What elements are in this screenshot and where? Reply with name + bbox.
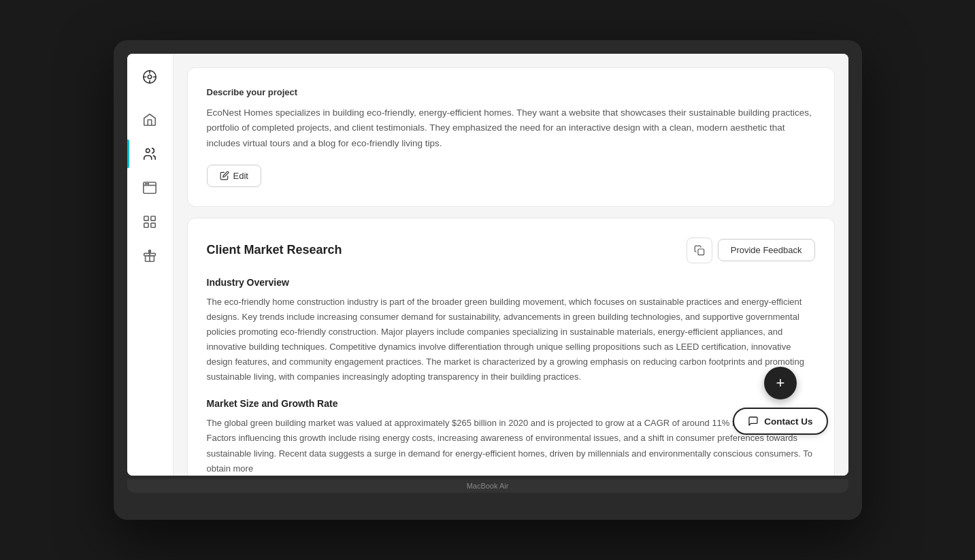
project-content: EcoNest Homes specializes in building ec…	[207, 105, 815, 151]
logo[interactable]	[137, 65, 162, 89]
edit-icon	[220, 171, 229, 180]
sidebar	[127, 54, 173, 476]
laptop-model: MacBook Air	[467, 482, 509, 490]
floating-actions: + Contact Us	[733, 367, 827, 435]
svg-rect-7	[144, 223, 148, 227]
sidebar-item-home[interactable]	[127, 105, 173, 134]
research-card-title: Client Market Research	[207, 243, 342, 257]
laptop-bottom: MacBook Air	[127, 479, 848, 493]
svg-point-0	[148, 75, 152, 79]
svg-rect-11	[698, 249, 704, 255]
sidebar-item-gift[interactable]	[127, 242, 173, 270]
copy-button[interactable]	[687, 237, 712, 263]
svg-point-1	[146, 149, 150, 153]
chat-icon	[748, 416, 759, 427]
research-card: Client Market Research Provide Feedback …	[187, 218, 835, 476]
svg-rect-8	[151, 223, 155, 227]
project-card: Describe your project EcoNest Homes spec…	[187, 67, 835, 207]
market-size-title: Market Size and Growth Rate	[207, 398, 815, 409]
project-section-label: Describe your project	[207, 87, 815, 97]
main-content: Describe your project EcoNest Homes spec…	[173, 54, 848, 476]
industry-overview-content: The eco-friendly home construction indus…	[207, 295, 815, 385]
provide-feedback-button[interactable]: Provide Feedback	[718, 239, 815, 261]
sidebar-item-grid[interactable]	[127, 208, 173, 236]
edit-button[interactable]: Edit	[207, 165, 261, 187]
svg-point-4	[148, 183, 148, 184]
svg-point-3	[146, 183, 146, 184]
svg-rect-6	[151, 216, 155, 220]
industry-overview-title: Industry Overview	[207, 277, 815, 288]
svg-rect-5	[144, 216, 148, 220]
fab-icon: +	[776, 374, 784, 392]
fab-button[interactable]: +	[764, 367, 797, 399]
copy-icon	[694, 245, 705, 256]
market-size-content: The global green building market was val…	[207, 416, 815, 476]
contact-label: Contact Us	[764, 416, 812, 427]
sidebar-item-browser[interactable]	[127, 174, 173, 202]
research-card-header: Client Market Research Provide Feedback	[207, 237, 815, 263]
contact-us-button[interactable]: Contact Us	[733, 408, 827, 435]
sidebar-item-people[interactable]	[127, 139, 173, 168]
research-card-actions: Provide Feedback	[687, 237, 815, 263]
